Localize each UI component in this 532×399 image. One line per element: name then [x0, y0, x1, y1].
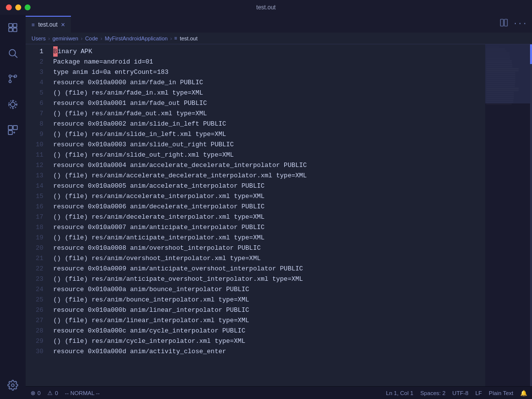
- svg-rect-2: [9, 28, 12, 32]
- code-line: resource 0x010a0001 anim/fade_out PUBLIC: [53, 98, 481, 108]
- minimap-line: [486, 74, 515, 75]
- status-line-ending[interactable]: LF: [475, 390, 482, 396]
- line-number: 12: [26, 160, 49, 170]
- line-number: 13: [26, 170, 49, 181]
- minimap-line: [486, 80, 515, 81]
- status-position[interactable]: Ln 1, Col 1: [386, 390, 414, 396]
- line-number: 26: [26, 305, 49, 315]
- line-number: 25: [26, 295, 49, 305]
- svg-point-7: [9, 80, 11, 83]
- code-line: resource 0x010a0008 anim/overshoot_inter…: [53, 243, 481, 253]
- code-line: () (file) res/anim/bounce_interpolator.x…: [53, 295, 481, 305]
- status-spaces[interactable]: Spaces: 2: [420, 390, 445, 396]
- active-tab[interactable]: ≡ test.out ×: [26, 16, 71, 33]
- minimap-line: [486, 88, 519, 89]
- line-number: 30: [26, 346, 49, 357]
- code-line: resource 0x010a0000 anim/fade_in PUBLIC: [53, 77, 481, 88]
- breadcrumb-file[interactable]: test.out: [180, 35, 198, 41]
- activity-bar-bottom: [4, 376, 22, 399]
- svg-line-5: [15, 55, 17, 58]
- svg-rect-3: [13, 28, 17, 32]
- error-icon: ⊗: [31, 390, 35, 397]
- minimap-line: [486, 103, 512, 105]
- close-window-button[interactable]: [6, 4, 12, 10]
- line-number: 23: [26, 274, 49, 284]
- line-number: 4: [26, 77, 49, 88]
- code-line: Binary APK: [53, 46, 481, 57]
- code-line: resource 0x010a000b anim/linear_interpol…: [53, 305, 481, 315]
- line-number: 18: [26, 222, 49, 233]
- line-number: 17: [26, 212, 49, 222]
- svg-rect-16: [13, 126, 17, 130]
- breadcrumb-geminiwen[interactable]: geminiwen: [52, 35, 78, 41]
- minimap: [485, 44, 532, 386]
- line-number: 5: [26, 88, 49, 98]
- code-line: resource 0x010a000d anim/activity_close_…: [53, 346, 481, 357]
- extensions-icon[interactable]: [4, 121, 22, 139]
- line-number: 24: [26, 284, 49, 295]
- svg-rect-0: [9, 24, 12, 27]
- minimap-line: [486, 90, 519, 91]
- breadcrumb-users[interactable]: Users: [32, 35, 46, 41]
- svg-rect-15: [8, 126, 12, 130]
- status-language[interactable]: Plain Text: [489, 390, 513, 396]
- minimap-line: [486, 92, 514, 93]
- minimap-line: [486, 86, 515, 87]
- settings-icon[interactable]: [4, 376, 22, 394]
- line-number: 8: [26, 119, 49, 129]
- code-line: () (file) res/anim/slide_in_left.xml typ…: [53, 129, 481, 139]
- status-encoding[interactable]: UTF-8: [452, 390, 468, 396]
- line-number: 15: [26, 191, 49, 201]
- error-count: 0: [37, 390, 40, 396]
- line-number: 20: [26, 243, 49, 253]
- code-line: resource 0x010a0006 anim/decelerate_inte…: [53, 201, 481, 212]
- window-controls: [6, 4, 31, 10]
- minimap-line: [486, 94, 514, 95]
- breadcrumb-project[interactable]: MyFirstAndroidApplication: [105, 35, 168, 41]
- code-line: () (file) res/anim/anticipate_interpolat…: [53, 233, 481, 243]
- minimap-line: [486, 46, 499, 48]
- debug-icon[interactable]: [4, 96, 22, 113]
- code-line: resource 0x010a0004 anim/accelerate_dece…: [53, 160, 481, 170]
- breadcrumb-code[interactable]: Code: [85, 35, 98, 41]
- minimap-line: [486, 50, 506, 52]
- status-warnings[interactable]: ⚠ 0: [47, 390, 58, 397]
- code-area[interactable]: Binary APKPackage name=android id=01 typ…: [49, 44, 485, 386]
- line-number: 10: [26, 139, 49, 150]
- tab-file-icon: ≡: [32, 22, 34, 28]
- warning-count: 0: [55, 390, 58, 396]
- tab-close-button[interactable]: ×: [61, 21, 65, 28]
- line-number: 9: [26, 129, 49, 139]
- minimap-line: [486, 52, 509, 54]
- code-line: () (file) res/anim/cycle_interpolator.xm…: [53, 336, 481, 346]
- split-editor-button[interactable]: [500, 19, 508, 29]
- code-line: () (file) res/anim/slide_out_right.xml t…: [53, 150, 481, 160]
- minimap-line: [486, 98, 514, 99]
- code-line: () (file) res/anim/fade_out.xml type=XML: [53, 108, 481, 119]
- source-control-icon[interactable]: [4, 70, 22, 88]
- minimap-scrollbar[interactable]: [530, 44, 532, 386]
- line-number: 28: [26, 326, 49, 336]
- search-icon[interactable]: [4, 44, 22, 62]
- minimap-line: [486, 101, 513, 103]
- status-errors[interactable]: ⊗ 0: [31, 390, 40, 397]
- maximize-window-button[interactable]: [25, 4, 31, 10]
- explorer-icon[interactable]: [4, 19, 22, 36]
- code-line: resource 0x010a0002 anim/slide_in_left P…: [53, 119, 481, 129]
- code-line: resource 0x010a0003 anim/slide_out_right…: [53, 139, 481, 150]
- line-number: 1: [26, 46, 49, 57]
- code-line: resource 0x010a000a anim/bounce_interpol…: [53, 284, 481, 295]
- breadcrumb: Users › geminiwen › Code › MyFirstAndroi…: [26, 33, 532, 44]
- more-actions-button[interactable]: ···: [513, 19, 527, 28]
- editor-content[interactable]: 1234567891011121314151617181920212223242…: [26, 44, 532, 386]
- code-line: Package name=android id=01: [53, 57, 481, 67]
- minimap-scrollbar-thumb[interactable]: [530, 44, 532, 64]
- notification-icon[interactable]: 🔔: [520, 390, 527, 397]
- code-line: () (file) res/anim/decelerate_interpolat…: [53, 212, 481, 222]
- code-line: resource 0x010a0005 anim/accelerate_inte…: [53, 181, 481, 191]
- code-line: () (file) res/anim/anticipate_overshoot_…: [53, 274, 481, 284]
- line-number: 14: [26, 181, 49, 191]
- minimize-window-button[interactable]: [15, 4, 21, 10]
- warning-icon: ⚠: [47, 390, 53, 397]
- main-layout: ≡ test.out × ··· Users › geminiwen › Cod…: [0, 15, 532, 399]
